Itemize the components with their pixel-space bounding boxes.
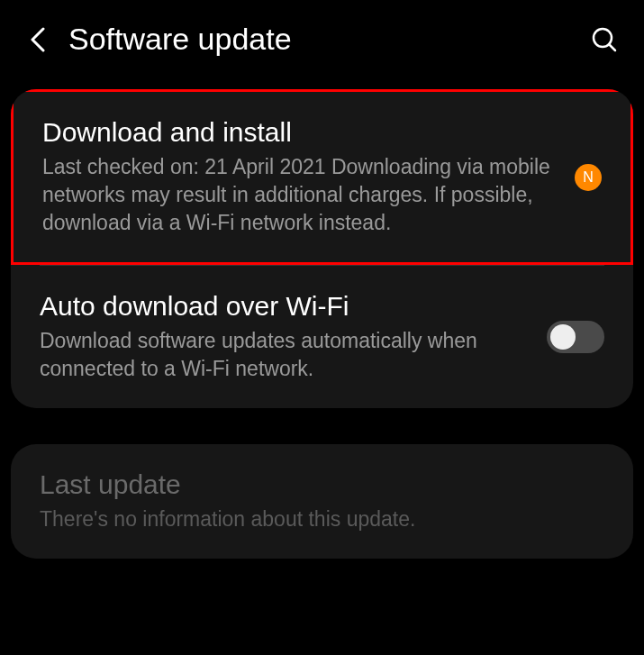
back-icon[interactable]: [25, 27, 50, 52]
last-update-section: Last update There's no information about…: [11, 444, 633, 559]
item-title: Download and install: [42, 117, 557, 148]
item-title: Last update: [40, 469, 604, 500]
search-icon[interactable]: [590, 25, 619, 54]
settings-section: Download and install Last checked on: 21…: [11, 89, 633, 408]
toggle-thumb: [550, 324, 576, 350]
item-subtitle: There's no information about this update…: [40, 505, 604, 533]
header: Software update: [0, 0, 644, 78]
item-content: Last update There's no information about…: [40, 469, 604, 533]
notification-badge: N: [575, 164, 602, 191]
item-subtitle: Last checked on: 21 April 2021 Downloadi…: [42, 153, 557, 237]
auto-download-toggle[interactable]: [547, 321, 604, 353]
auto-download-item[interactable]: Auto download over Wi-Fi Download softwa…: [11, 266, 633, 408]
item-subtitle: Download software updates automatically …: [40, 327, 529, 383]
item-content: Auto download over Wi-Fi Download softwa…: [40, 291, 529, 383]
last-update-item[interactable]: Last update There's no information about…: [11, 444, 633, 559]
item-title: Auto download over Wi-Fi: [40, 291, 529, 322]
download-install-item[interactable]: Download and install Last checked on: 21…: [11, 89, 633, 265]
page-title: Software update: [68, 22, 572, 57]
item-content: Download and install Last checked on: 21…: [42, 117, 557, 237]
